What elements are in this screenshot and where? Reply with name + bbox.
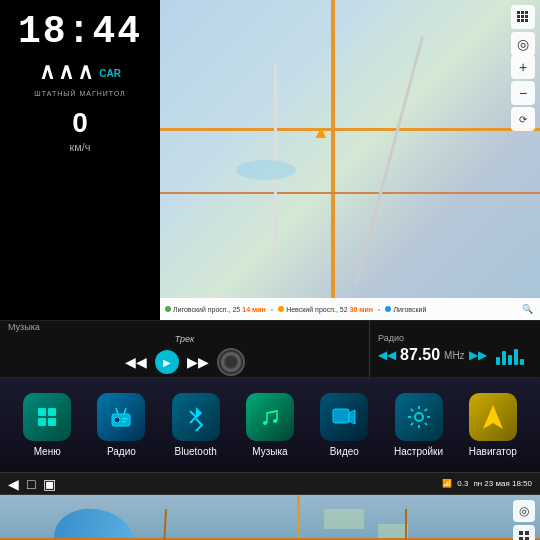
svg-rect-1: [521, 11, 524, 14]
freq-prev-button[interactable]: ◀◀: [378, 348, 396, 362]
clock-display: 18:44: [18, 10, 142, 53]
menu-item-navigator[interactable]: Навигатор: [465, 393, 520, 457]
svg-point-21: [415, 413, 423, 421]
music-panel: Музыка Трек ◀◀ ▶ ▶▶: [0, 318, 370, 380]
track-name-label: Трек: [8, 334, 361, 344]
bottom-map-background: ◎ + − ⟳ 🎤 Avito: [0, 495, 540, 540]
route-label-2: Невский просп., 52: [286, 306, 347, 313]
map-overlay-controls: ◎: [511, 5, 535, 56]
status-nav-buttons: ◀ □ ▣: [8, 476, 56, 492]
status-bar: ◀ □ ▣ 📶 0.3 пн 23 мая 18:50: [0, 473, 540, 495]
route-time-2: 30 мин: [350, 306, 373, 313]
next-track-button[interactable]: ▶▶: [187, 354, 209, 370]
map-road: [331, 0, 335, 320]
menu-item-label-bluetooth: Bluetooth: [175, 446, 217, 457]
navigator-icon: [469, 393, 517, 441]
freq-value: 87.50: [400, 346, 440, 364]
top-map[interactable]: ▲ ◎: [160, 0, 540, 320]
prev-track-button[interactable]: ◀◀: [125, 354, 147, 370]
map-road: [355, 36, 424, 284]
svg-rect-20: [333, 409, 349, 423]
map-road: [160, 192, 540, 194]
menu-item-radio[interactable]: Радио: [94, 393, 149, 457]
bottom-map-road: [405, 509, 407, 540]
equalizer-icon: [496, 345, 526, 365]
route-point-3: Лиговский: [385, 306, 426, 313]
menu-item-music[interactable]: Музыка: [242, 393, 297, 457]
bottom-map-location-button[interactable]: ◎: [513, 500, 535, 522]
svg-rect-10: [48, 408, 56, 416]
svg-point-14: [114, 417, 120, 423]
radio-icon: [97, 393, 145, 441]
bottom-map-layers-button[interactable]: [513, 525, 535, 540]
menu-item-label-music: Музыка: [252, 446, 287, 457]
bluetooth-icon: [172, 393, 220, 441]
top-section: 18:44 ∧∧∧ CAR ШТАТНЫЙ МАГНИТОЛ 0 км/ч ▲: [0, 0, 540, 320]
signal-value: 0.3: [457, 479, 468, 488]
status-info: 📶 0.3 пн 23 мая 18:50: [442, 479, 532, 488]
city-block: [378, 524, 408, 539]
menu-item-label-settings: Настройки: [394, 446, 443, 457]
route-time-1: 14 мин: [242, 306, 265, 313]
map-zoom-out-button[interactable]: −: [511, 81, 535, 105]
map-road: [160, 128, 540, 131]
svg-rect-9: [38, 408, 46, 416]
menu-icon: [23, 393, 71, 441]
map-compass-button[interactable]: ⟳: [511, 107, 535, 131]
radio-panel: Радио ◀◀ 87.50 MHz ▶▶: [370, 329, 540, 369]
menu-item-bluetooth[interactable]: Bluetooth: [168, 393, 223, 457]
play-button[interactable]: ▶: [155, 350, 179, 374]
brand-logo: ∧∧∧: [39, 59, 96, 85]
route-search-button[interactable]: 🔍: [519, 301, 535, 317]
radio-section-label: Радио: [378, 333, 532, 343]
svg-rect-2: [525, 11, 528, 14]
svg-rect-7: [521, 19, 524, 22]
svg-rect-15: [122, 418, 128, 420]
music-controls: ◀◀ ▶ ▶▶: [8, 348, 361, 376]
map-location-button[interactable]: ◎: [511, 32, 535, 56]
home-button[interactable]: □: [27, 476, 35, 492]
map-zoom-controls: + − ⟳: [511, 55, 535, 131]
map-background-top: ▲ ◎: [160, 0, 540, 320]
music-icon: [246, 393, 294, 441]
svg-rect-3: [517, 15, 520, 18]
menu-item-menu[interactable]: Меню: [20, 393, 75, 457]
svg-line-19: [267, 411, 277, 413]
menu-bar: Меню Радио Bluetooth: [0, 378, 540, 473]
freq-next-button[interactable]: ▶▶: [469, 348, 487, 362]
route-dot-3: [385, 306, 391, 312]
menu-item-label-video: Видео: [330, 446, 359, 457]
music-section-label: Музыка: [8, 322, 361, 332]
menu-item-label-menu: Меню: [34, 446, 61, 457]
svg-rect-0: [517, 11, 520, 14]
city-block: [324, 509, 364, 529]
speed-unit: км/ч: [69, 141, 90, 153]
menu-item-label-navigator: Навигатор: [469, 446, 517, 457]
route-label-3: Лиговский: [393, 306, 426, 313]
bottom-map-road: [159, 509, 167, 540]
recents-button[interactable]: ▣: [43, 476, 56, 492]
radio-frequency-display: ◀◀ 87.50 MHz ▶▶: [378, 345, 532, 365]
route-info-bar: Лиговский просп., 25 14 мин • Невский пр…: [160, 298, 540, 320]
svg-rect-11: [38, 418, 46, 426]
svg-rect-23: [525, 531, 529, 535]
svg-rect-6: [517, 19, 520, 22]
map-zoom-in-button[interactable]: +: [511, 55, 535, 79]
freq-unit: MHz: [444, 350, 465, 361]
menu-item-video[interactable]: Видео: [317, 393, 372, 457]
map-layers-button[interactable]: [511, 5, 535, 29]
svg-rect-8: [525, 19, 528, 22]
left-panel: 18:44 ∧∧∧ CAR ШТАТНЫЙ МАГНИТОЛ 0 км/ч: [0, 0, 160, 320]
back-button[interactable]: ◀: [8, 476, 19, 492]
route-dot-2: [278, 306, 284, 312]
menu-item-settings[interactable]: Настройки: [391, 393, 446, 457]
river-bend: [49, 503, 138, 540]
menu-item-label-radio: Радио: [107, 446, 136, 457]
media-section: Музыка Трек ◀◀ ▶ ▶▶ Радио ◀◀ 87.50 MHz ▶…: [0, 320, 540, 378]
status-datetime: пн 23 мая 18:50: [473, 479, 532, 488]
settings-icon: [395, 393, 443, 441]
svg-rect-16: [122, 421, 126, 423]
bottom-map[interactable]: ◎ + − ⟳ 🎤 Avito: [0, 495, 540, 540]
svg-rect-4: [521, 15, 524, 18]
svg-rect-22: [519, 531, 523, 535]
